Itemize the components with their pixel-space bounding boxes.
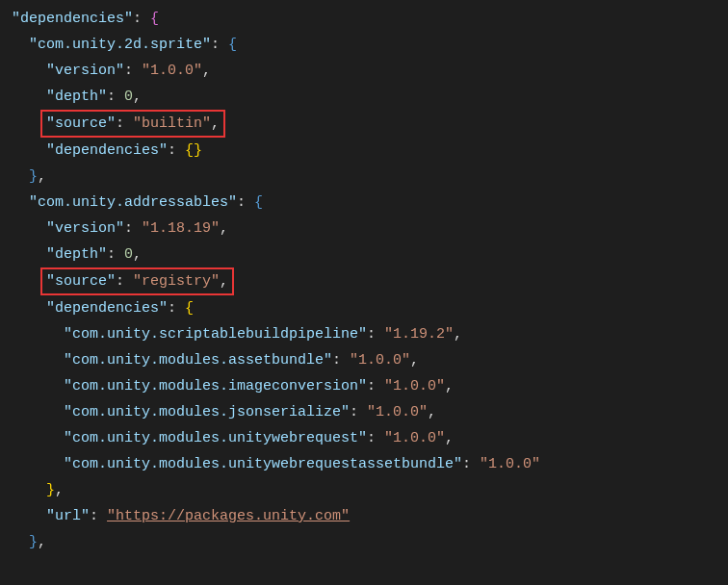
code-line: "dependencies": {} [0,138,728,164]
json-key: "com.unity.modules.imageconversion" [64,378,367,394]
json-number: 0 [124,89,133,105]
code-line: "com.unity.modules.imageconversion": "1.… [0,373,728,399]
code-line: "com.unity.2d.sprite": { [0,32,728,58]
highlighted-source: "source": "registry", [40,267,234,295]
code-line: "source": "registry", [0,267,728,295]
code-line: }, [0,477,728,503]
code-line: "com.unity.modules.unitywebrequestassetb… [0,451,728,477]
json-key: "com.unity.modules.jsonserialize" [64,404,350,420]
json-string: "1.0.0" [142,63,202,79]
json-key: "dependencies" [46,142,168,159]
code-line: }, [0,164,728,190]
json-key: "dependencies" [12,11,133,27]
json-key: "com.unity.modules.unitywebrequestassetb… [64,456,462,472]
json-key: "dependencies" [46,300,168,317]
json-key: "com.unity.modules.unitywebrequest" [64,430,367,446]
json-string: "builtin" [133,115,211,132]
json-string: "registry" [133,273,220,290]
json-string: "1.18.19" [142,220,220,237]
json-string: "1.0.0" [480,456,540,472]
json-key: "com.unity.scriptablebuildpipeline" [64,326,367,343]
code-line: "dependencies": { [0,6,728,32]
json-string: "1.0.0" [384,430,445,446]
code-line: "com.unity.scriptablebuildpipeline": "1.… [0,321,728,347]
json-key: "depth" [46,246,107,263]
json-string: "1.19.2" [384,326,454,343]
code-line: "url": "https://packages.unity.com" [0,503,728,529]
json-key: "source" [46,115,116,132]
json-key: "com.unity.modules.assetbundle" [64,352,332,369]
json-string: "1.0.0" [350,352,410,369]
json-key: "com.unity.2d.sprite" [29,37,211,53]
json-string: "1.0.0" [384,378,445,394]
json-number: 0 [124,246,133,263]
json-key: "url" [46,508,90,524]
code-line: "version": "1.18.19", [0,216,728,242]
code-line: "com.unity.addressables": { [0,190,728,216]
code-line: }, [0,529,728,555]
json-key: "source" [46,273,116,290]
json-key: "depth" [46,89,107,105]
json-key: "version" [46,63,124,79]
json-url: "https://packages.unity.com" [107,508,350,524]
code-line: "com.unity.modules.unitywebrequest": "1.… [0,425,728,451]
code-line: "dependencies": { [0,295,728,321]
highlighted-source: "source": "builtin", [40,110,225,138]
code-line: "depth": 0, [0,84,728,110]
code-line: "com.unity.modules.assetbundle": "1.0.0"… [0,347,728,373]
json-key: "version" [46,220,124,237]
json-string: "1.0.0" [367,404,428,420]
code-line: "source": "builtin", [0,110,728,138]
code-line: "version": "1.0.0", [0,58,728,84]
code-editor[interactable]: "dependencies": { "com.unity.2d.sprite":… [0,6,728,555]
code-line: "depth": 0, [0,242,728,267]
code-line: "com.unity.modules.jsonserialize": "1.0.… [0,399,728,425]
json-key: "com.unity.addressables" [29,194,237,211]
